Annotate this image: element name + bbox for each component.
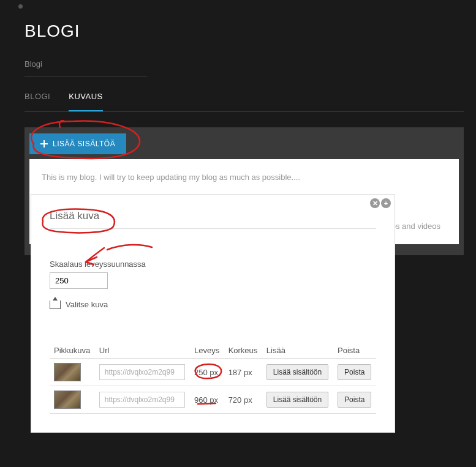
add-to-content-button[interactable]: Lisää sisältöön <box>266 364 328 380</box>
scale-label: Skaalaus leveyssuunnassa <box>50 260 376 269</box>
url-input[interactable] <box>99 364 185 380</box>
col-height: Korkeus <box>224 343 262 359</box>
scale-input[interactable] <box>50 272 108 289</box>
modal-controls: ✕ + <box>370 198 391 208</box>
close-icon[interactable]: ✕ <box>370 198 380 208</box>
add-content-label: LISÄÄ SISÄLTÖÄ <box>53 140 115 148</box>
tabs: BLOGI KUVAUS <box>25 92 464 112</box>
blog-intro-text: This is my blog. I will try to keep upda… <box>42 171 447 184</box>
col-add: Lisää <box>262 343 333 359</box>
col-remove: Poista <box>333 343 376 359</box>
add-content-button[interactable]: LISÄÄ SISÄLTÖÄ <box>29 133 126 154</box>
modal-title: Lisää kuva <box>50 210 376 229</box>
add-image-modal: ✕ + Lisää kuva Skaalaus leveyssuunnassa … <box>31 194 395 433</box>
window-dot-icon <box>18 4 23 9</box>
image-table: Pikkukuva Url Leveys Korkeus Lisää Poist… <box>50 343 376 414</box>
breadcrumb[interactable]: Blogi <box>25 59 147 77</box>
table-row: 250 px 187 px Lisää sisältöön Poista <box>50 359 376 386</box>
upload-icon <box>50 301 61 309</box>
page-title: BLOGI <box>25 21 464 41</box>
col-width: Leveys <box>190 343 224 359</box>
height-cell: 720 px <box>224 386 262 414</box>
window-titlebar <box>0 0 476 12</box>
thumbnail-image <box>54 390 81 409</box>
table-header-row: Pikkukuva Url Leveys Korkeus Lisää Poist… <box>50 343 376 359</box>
choose-image-button[interactable]: Valitse kuva <box>50 300 376 309</box>
remove-button[interactable]: Poista <box>338 392 371 408</box>
col-url: Url <box>95 343 190 359</box>
width-cell: 960 px <box>190 386 224 414</box>
url-input[interactable] <box>99 392 185 408</box>
remove-button[interactable]: Poista <box>338 364 371 380</box>
expand-icon[interactable]: + <box>381 198 391 208</box>
tab-kuvaus[interactable]: KUVAUS <box>69 92 103 111</box>
plus-icon <box>40 140 48 148</box>
add-to-content-button[interactable]: Lisää sisältöön <box>266 392 328 408</box>
height-cell: 187 px <box>224 359 262 386</box>
thumbnail-image <box>54 363 81 381</box>
col-thumb: Pikkukuva <box>50 343 95 359</box>
table-row: 960 px 720 px Lisää sisältöön Poista <box>50 386 376 414</box>
tab-blogi[interactable]: BLOGI <box>25 92 50 111</box>
choose-image-label: Valitse kuva <box>66 300 108 309</box>
width-cell: 250 px <box>190 359 224 386</box>
